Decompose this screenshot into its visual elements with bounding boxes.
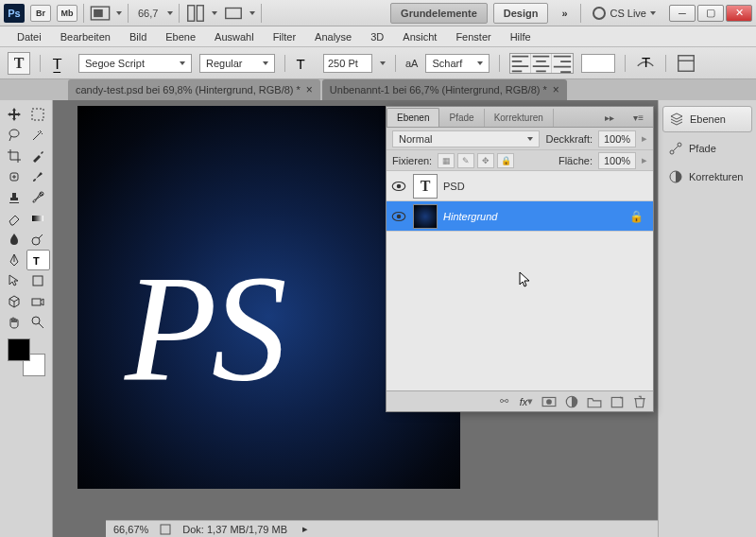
layer-thumbnail[interactable] <box>413 204 438 229</box>
panel-tab-ebenen[interactable]: Ebenen <box>387 108 439 127</box>
titlebar-separator <box>580 4 581 23</box>
3d-tool[interactable] <box>2 291 26 312</box>
align-center-button[interactable] <box>531 54 552 73</box>
chevron-down-icon[interactable] <box>249 11 255 15</box>
visibility-icon[interactable] <box>390 178 407 195</box>
gradient-tool[interactable] <box>26 208 50 229</box>
marquee-tool[interactable] <box>26 104 50 125</box>
arrange-icon[interactable] <box>185 5 206 22</box>
dock-button-ebenen[interactable]: Ebenen <box>662 106 752 132</box>
chevron-down-icon[interactable] <box>167 11 173 15</box>
wand-tool[interactable] <box>26 125 50 146</box>
lock-all-icon[interactable]: 🔒 <box>497 153 514 168</box>
adjustment-layer-icon[interactable] <box>564 394 579 409</box>
pen-tool[interactable] <box>2 250 26 270</box>
lock-pixels-icon[interactable]: ✎ <box>457 153 474 168</box>
path-select-tool[interactable] <box>2 270 26 291</box>
menu-analyse[interactable]: Analyse <box>305 28 361 45</box>
heal-tool[interactable] <box>2 166 26 187</box>
menu-auswahl[interactable]: Auswahl <box>205 28 264 45</box>
chevron-down-icon[interactable] <box>116 11 122 15</box>
3d-camera-tool[interactable] <box>26 291 50 312</box>
document-tab[interactable]: candy-test.psd bei 69,8% (Hintergrund, R… <box>68 79 320 100</box>
stamp-tool[interactable] <box>2 187 26 208</box>
menu-ansicht[interactable]: Ansicht <box>393 28 446 45</box>
delete-layer-icon[interactable] <box>632 394 647 409</box>
type-tool[interactable]: T <box>26 250 50 270</box>
cs-live-button[interactable]: CS Live <box>587 7 662 20</box>
status-zoom[interactable]: 66,67% <box>113 524 148 535</box>
opacity-input[interactable]: 100% <box>598 130 636 147</box>
dock-button-korrekturen[interactable]: Korrekturen <box>662 165 752 189</box>
new-layer-icon[interactable] <box>610 394 625 409</box>
antialias-select[interactable]: Scharf <box>425 54 490 73</box>
font-size-input[interactable]: 250 Pt <box>323 54 372 73</box>
history-brush-tool[interactable] <box>26 187 50 208</box>
eraser-tool[interactable] <box>2 208 26 229</box>
menu-ebene[interactable]: Ebene <box>156 28 205 45</box>
text-color-swatch[interactable] <box>581 54 615 73</box>
lasso-tool[interactable] <box>2 125 26 146</box>
close-icon[interactable]: × <box>306 83 313 96</box>
panel-collapse-icon[interactable]: ▸▸ <box>595 109 624 127</box>
hand-tool[interactable] <box>2 312 26 333</box>
window-minimize-button[interactable]: ─ <box>669 5 696 22</box>
window-maximize-button[interactable]: ▢ <box>697 5 724 22</box>
menu-filter[interactable]: Filter <box>264 28 305 45</box>
layer-mask-icon[interactable] <box>541 394 557 409</box>
layer-row[interactable]: Hintergrund 🔒 <box>387 201 653 232</box>
zoom-display[interactable]: 66,7 <box>134 8 162 19</box>
window-close-button[interactable]: ✕ <box>726 5 752 22</box>
color-swatches[interactable] <box>8 338 45 376</box>
chevron-down-icon[interactable] <box>380 61 386 65</box>
active-tool-indicator[interactable]: T <box>8 52 30 75</box>
workspace-button-design[interactable]: Design <box>493 3 549 24</box>
layer-row[interactable]: T PSD <box>387 171 653 201</box>
align-left-button[interactable] <box>510 54 531 73</box>
brush-tool[interactable] <box>26 166 50 187</box>
extras-icon[interactable] <box>223 5 244 22</box>
layer-thumbnail[interactable]: T <box>413 174 438 199</box>
bridge-button[interactable]: Br <box>30 5 51 22</box>
status-doc-info[interactable]: Dok: 1,37 MB/1,79 MB <box>182 524 287 535</box>
warp-text-icon[interactable]: T <box>635 55 656 72</box>
blur-tool[interactable] <box>2 229 26 250</box>
menu-fenster[interactable]: Fenster <box>446 28 500 45</box>
panel-tab-pfade[interactable]: Pfade <box>439 109 484 127</box>
close-icon[interactable]: × <box>553 83 559 96</box>
crop-tool[interactable] <box>2 146 26 166</box>
menu-bild[interactable]: Bild <box>120 28 156 45</box>
minibridge-button[interactable]: Mb <box>57 5 77 22</box>
fill-input[interactable]: 100% <box>598 152 636 169</box>
lock-transparency-icon[interactable]: ▦ <box>438 153 455 168</box>
link-layers-icon[interactable]: ⚯ <box>496 394 511 409</box>
dock-button-pfade[interactable]: Pfade <box>662 136 752 161</box>
font-family-select[interactable]: Segoe Script <box>78 54 192 73</box>
chevron-down-icon[interactable] <box>212 11 217 15</box>
menu-hilfe[interactable]: Hilfe <box>501 28 541 45</box>
align-right-button[interactable] <box>552 54 573 73</box>
blend-mode-select[interactable]: Normal <box>392 130 540 147</box>
menu-bearbeiten[interactable]: Bearbeiten <box>51 28 120 45</box>
text-orientation-icon[interactable]: T̲ <box>50 55 71 72</box>
panel-menu-icon[interactable]: ▾≡ <box>624 109 653 127</box>
screen-mode-icon[interactable] <box>90 5 111 22</box>
panel-tab-korrekturen[interactable]: Korrekturen <box>485 109 554 127</box>
layer-effects-icon[interactable]: fx▾ <box>519 394 534 409</box>
menu-3d[interactable]: 3D <box>361 28 393 45</box>
workspace-button-grundelemente[interactable]: Grundelemente <box>390 3 488 24</box>
visibility-icon[interactable] <box>390 208 407 225</box>
lock-position-icon[interactable]: ✥ <box>477 153 494 168</box>
group-icon[interactable] <box>587 394 602 409</box>
document-tab[interactable]: Unbenannt-1 bei 66,7% (Hintergrund, RGB/… <box>322 79 567 100</box>
zoom-tool[interactable] <box>26 312 50 333</box>
workspace-more-icon[interactable]: » <box>554 5 575 22</box>
foreground-color-swatch[interactable] <box>8 338 30 361</box>
font-style-select[interactable]: Regular <box>199 54 275 73</box>
eyedropper-tool[interactable] <box>26 146 50 166</box>
shape-tool[interactable] <box>26 270 50 291</box>
menu-datei[interactable]: Datei <box>8 28 51 45</box>
move-tool[interactable] <box>2 104 26 125</box>
dodge-tool[interactable] <box>26 229 50 250</box>
character-panel-icon[interactable] <box>676 55 696 72</box>
